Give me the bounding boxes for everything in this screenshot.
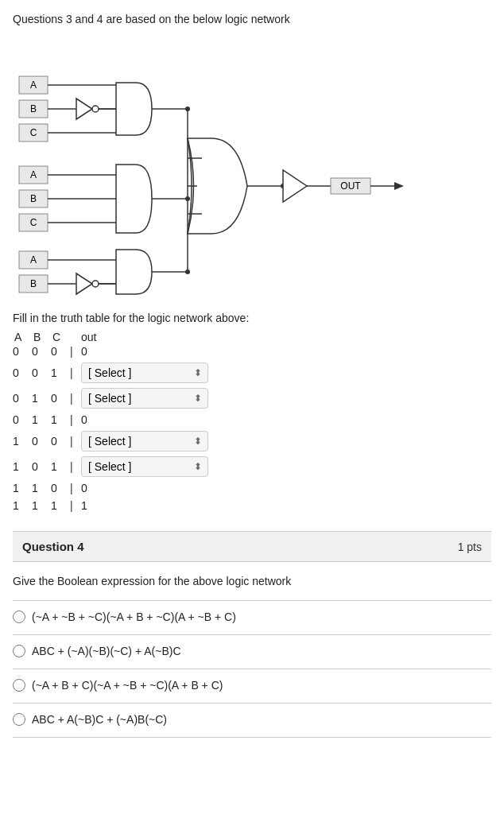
svg-text:B: B: [30, 278, 37, 289]
svg-text:C: C: [30, 217, 37, 228]
table-row: 1 0 1 | [ Select ] 0 1: [13, 456, 491, 477]
table-row: 0 1 1 | 0: [13, 413, 491, 426]
svg-marker-35: [76, 273, 92, 294]
table-row: 0 1 0 | [ Select ] 0 1: [13, 388, 491, 409]
truth-table-header: A B C out: [13, 331, 491, 343]
divider: [13, 703, 491, 704]
out-select-row1[interactable]: [ Select ] 0 1: [81, 362, 208, 383]
svg-text:A: A: [30, 254, 37, 266]
header-c: C: [52, 331, 81, 343]
table-row: 0 0 0 | 0: [13, 345, 491, 358]
logic-diagram: A B C A B: [13, 35, 491, 297]
table-row: 0 0 1 | [ Select ] 0 1: [13, 362, 491, 383]
truth-table-prompt: Fill in the truth table for the logic ne…: [13, 312, 491, 324]
radio-option-1[interactable]: (~A + ~B + ~C)(~A + B + ~C)(A + ~B + C): [13, 610, 491, 623]
svg-marker-54: [394, 182, 404, 190]
select-wrapper-row4: [ Select ] 0 1: [81, 431, 208, 452]
header-b: B: [33, 331, 52, 343]
radio-label-4: ABC + A(~B)C + (~A)B(~C): [32, 713, 167, 726]
header-a: A: [14, 331, 33, 343]
select-wrapper-row1: [ Select ] 0 1: [81, 362, 208, 383]
radio-option-2[interactable]: ABC + (~A)(~B)(~C) + A(~B)C: [13, 645, 491, 657]
svg-text:A: A: [30, 169, 37, 180]
svg-point-36: [92, 281, 99, 287]
radio-option-3[interactable]: (~A + B + C)(~A + ~B + ~C)(A + B + C): [13, 679, 491, 692]
radio-option-4[interactable]: ABC + A(~B)C + (~A)B(~C): [13, 713, 491, 726]
radio-input-4[interactable]: [13, 713, 25, 726]
radio-label-3: (~A + B + C)(~A + ~B + ~C)(A + B + C): [32, 679, 223, 692]
radio-input-1[interactable]: [13, 610, 25, 623]
svg-text:C: C: [30, 127, 37, 138]
question4-label: Question 4: [22, 540, 84, 553]
header-out: out: [81, 331, 129, 343]
out-select-row5[interactable]: [ Select ] 0 1: [81, 456, 208, 477]
svg-text:B: B: [30, 193, 37, 204]
radio-input-2[interactable]: [13, 645, 25, 657]
radio-input-3[interactable]: [13, 679, 25, 692]
select-wrapper-row2: [ Select ] 0 1: [81, 388, 208, 409]
svg-text:A: A: [30, 79, 37, 91]
svg-marker-9: [76, 99, 92, 119]
select-wrapper-row5: [ Select ] 0 1: [81, 456, 208, 477]
question4-bar: Question 4 1 pts: [13, 531, 491, 562]
table-row: 1 0 0 | [ Select ] 0 1: [13, 431, 491, 452]
table-row: 1 1 0 | 0: [13, 482, 491, 494]
out-select-row4[interactable]: [ Select ] 0 1: [81, 431, 208, 452]
out-select-row2[interactable]: [ Select ] 0 1: [81, 388, 208, 409]
radio-label-1: (~A + ~B + ~C)(~A + B + ~C)(A + ~B + C): [32, 610, 236, 623]
table-row: 1 1 1 | 1: [13, 499, 491, 512]
divider: [13, 634, 491, 635]
question4-pts: 1 pts: [458, 541, 482, 553]
svg-text:OUT: OUT: [340, 180, 361, 192]
divider: [13, 600, 491, 601]
svg-marker-49: [283, 170, 307, 202]
diagram-title: Questions 3 and 4 are based on the below…: [13, 13, 491, 25]
truth-table-section: Fill in the truth table for the logic ne…: [13, 312, 491, 512]
svg-text:B: B: [30, 103, 37, 114]
divider: [13, 669, 491, 669]
question4-prompt: Give the Boolean expression for the abov…: [13, 575, 491, 587]
divider: [13, 737, 491, 738]
svg-point-10: [92, 106, 99, 112]
radio-label-2: ABC + (~A)(~B)(~C) + A(~B)C: [32, 645, 181, 657]
